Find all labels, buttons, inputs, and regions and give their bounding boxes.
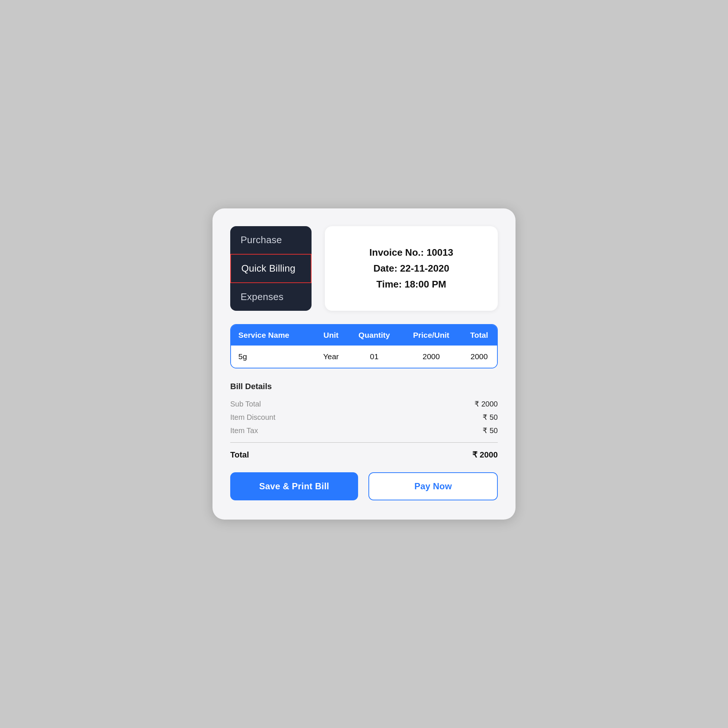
cell-total: 2000 <box>461 346 497 368</box>
col-header-quantity: Quantity <box>347 325 401 346</box>
cell-service-name: 5g <box>231 346 315 368</box>
tax-row: Item Tax ₹ 50 <box>230 424 498 437</box>
total-value: ₹ 2000 <box>472 450 498 460</box>
sub-total-value: ₹ 2000 <box>474 399 498 408</box>
bill-divider <box>230 442 498 443</box>
service-table: Service Name Unit Quantity Price/Unit To… <box>231 325 497 368</box>
col-header-unit: Unit <box>315 325 347 346</box>
total-label: Total <box>230 450 249 460</box>
bill-details: Bill Details Sub Total ₹ 2000 Item Disco… <box>230 382 498 462</box>
table-header-row: Service Name Unit Quantity Price/Unit To… <box>231 325 497 346</box>
col-header-total: Total <box>461 325 497 346</box>
cell-quantity: 01 <box>347 346 401 368</box>
invoice-time: Time: 18:00 PM <box>376 278 447 290</box>
table-row: 5g Year 01 2000 2000 <box>231 346 497 368</box>
invoice-box: Invoice No.: 10013 Date: 22-11-2020 Time… <box>325 226 498 311</box>
nav-item-quick-billing[interactable]: Quick Billing <box>230 254 312 283</box>
service-table-wrapper: Service Name Unit Quantity Price/Unit To… <box>230 324 498 369</box>
cell-price-unit: 2000 <box>401 346 461 368</box>
tax-value: ₹ 50 <box>483 426 498 435</box>
main-card: Purchase Quick Billing Expenses Invoice … <box>213 208 515 520</box>
col-header-price-unit: Price/Unit <box>401 325 461 346</box>
sub-total-row: Sub Total ₹ 2000 <box>230 397 498 411</box>
button-row: Save & Print Bill Pay Now <box>230 472 498 500</box>
discount-label: Item Discount <box>230 413 275 422</box>
invoice-number: Invoice No.: 10013 <box>370 247 453 258</box>
cell-unit: Year <box>315 346 347 368</box>
save-print-button[interactable]: Save & Print Bill <box>230 472 358 500</box>
tax-label: Item Tax <box>230 427 258 435</box>
nav-item-expenses[interactable]: Expenses <box>230 283 312 311</box>
top-section: Purchase Quick Billing Expenses Invoice … <box>230 226 498 311</box>
nav-menu: Purchase Quick Billing Expenses <box>230 226 312 311</box>
discount-value: ₹ 50 <box>483 413 498 422</box>
invoice-date: Date: 22-11-2020 <box>373 263 449 274</box>
discount-row: Item Discount ₹ 50 <box>230 411 498 424</box>
sub-total-label: Sub Total <box>230 400 261 408</box>
pay-now-button[interactable]: Pay Now <box>369 472 498 500</box>
total-row: Total ₹ 2000 <box>230 448 498 462</box>
nav-item-purchase[interactable]: Purchase <box>230 226 312 254</box>
col-header-service-name: Service Name <box>231 325 315 346</box>
bill-details-title: Bill Details <box>230 382 498 392</box>
